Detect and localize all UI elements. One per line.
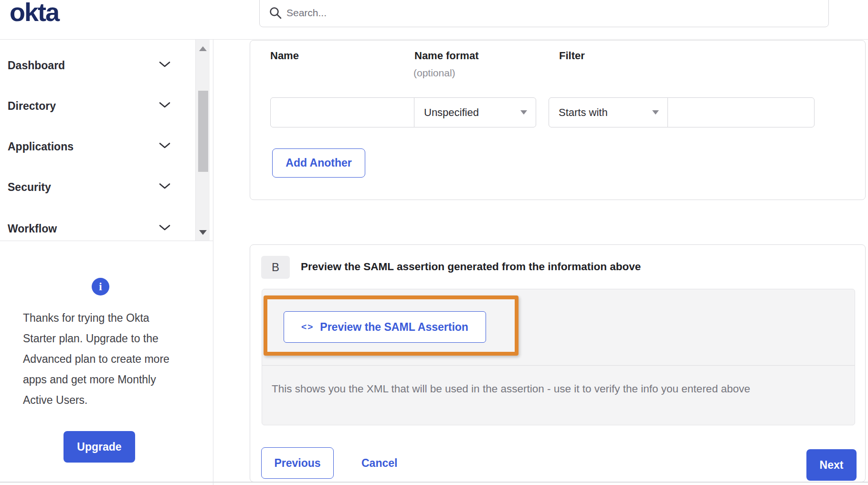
sidebar-item-workflow[interactable]: Workflow [0,218,193,239]
next-button[interactable]: Next [806,449,857,481]
dropdown-caret-icon [652,110,659,115]
chevron-down-icon [159,183,170,191]
sidebar-right-border [213,40,213,485]
name-format-column-label: Name format [414,50,478,62]
sidebar-item-label: Security [8,181,51,194]
add-another-button[interactable]: Add Another [272,148,365,178]
global-search [259,0,829,27]
sidebar-item-label: Applications [8,140,74,153]
chevron-down-icon [159,142,170,151]
sidebar-item-label: Workflow [8,222,57,235]
dropdown-caret-icon [520,110,527,115]
info-icon: i [92,278,109,295]
chevron-down-icon [159,102,170,110]
plan-notice-text: Thanks for trying the Okta Starter plan.… [23,308,180,411]
header-divider [0,39,868,40]
sidebar-item-label: Directory [8,100,56,113]
sidebar-item-dashboard[interactable]: Dashboard [0,55,193,76]
filter-column-label: Filter [559,50,585,62]
sidebar-item-directory[interactable]: Directory [0,95,193,116]
window-bottom-edge [0,482,868,483]
name-format-selected-value: Unspecified [424,106,479,119]
search-icon [269,6,282,21]
preview-button-label: Preview the SAML Assertion [320,321,468,334]
previous-button[interactable]: Previous [261,447,334,479]
filter-value-input[interactable] [667,97,815,127]
preview-panel: <> Preview the SAML Assertion This shows… [262,289,855,425]
name-format-select[interactable]: Unspecified [414,97,536,127]
panel-divider [262,365,855,366]
filter-operator-select[interactable]: Starts with [549,97,668,127]
preview-saml-card: B Preview the SAML assertion generated f… [250,244,866,482]
sidebar-nav-divider [0,241,213,241]
chevron-down-icon [159,224,170,233]
okta-logo: okta [10,0,59,27]
scrollbar-thumb[interactable] [198,91,208,172]
attribute-statements-card: Name Name format (optional) Filter Unspe… [250,40,866,200]
preview-saml-assertion-button[interactable]: <> Preview the SAML Assertion [284,311,486,343]
code-icon: <> [301,322,314,332]
preview-section-title: Preview the SAML assertion generated fro… [301,261,641,273]
sidebar-item-applications[interactable]: Applications [0,136,193,157]
name-format-optional-label: (optional) [413,67,455,79]
upgrade-button[interactable]: Upgrade [64,431,135,463]
name-column-label: Name [270,50,299,62]
chevron-down-icon [159,61,170,70]
scroll-up-icon[interactable] [199,46,207,51]
attribute-name-input[interactable] [270,97,414,127]
search-input[interactable] [286,2,812,23]
okta-admin-page: okta Dashboard Directory Applications Se… [0,0,868,485]
filter-operator-selected-value: Starts with [559,106,608,119]
scroll-down-icon[interactable] [199,230,207,235]
step-b-badge: B [261,256,290,279]
sidebar-item-label: Dashboard [8,59,65,72]
sidebar-item-security[interactable]: Security [0,177,193,198]
preview-help-text: This shows you the XML that will be used… [272,383,845,395]
cancel-link[interactable]: Cancel [357,447,402,479]
sidebar-scrollbar[interactable] [195,40,210,241]
